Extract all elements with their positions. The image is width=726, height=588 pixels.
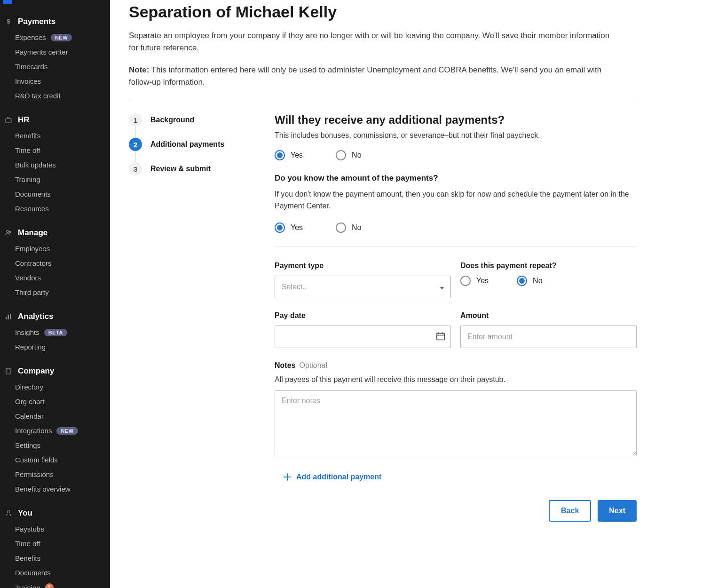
add-payment-label: Add additional payment	[296, 473, 381, 481]
nav-item-invoices[interactable]: Invoices	[0, 74, 110, 88]
nav-header-payments[interactable]: $Payments	[0, 13, 110, 30]
step-number: 3	[129, 162, 142, 175]
step-number: 1	[129, 113, 142, 127]
radio-label: Yes	[291, 151, 303, 159]
amount-label: Amount	[460, 311, 637, 320]
steps-nav: 1Background2Additional payments3Review &…	[129, 113, 256, 522]
nav-header-hr[interactable]: HR	[0, 111, 110, 128]
step-review-submit[interactable]: 3Review & submit	[129, 162, 256, 175]
nav-header-analytics[interactable]: Analytics	[0, 308, 110, 325]
nav-item-benefits[interactable]: Benefits	[0, 551, 110, 565]
page-intro: Separate an employee from your company i…	[129, 30, 613, 55]
radio-additional-yes[interactable]: Yes	[275, 150, 303, 160]
nav-item-expenses[interactable]: ExpensesNEW	[0, 30, 110, 45]
nav-item-permissions[interactable]: Permissions	[0, 467, 110, 482]
nav-item-label: Documents	[15, 569, 51, 577]
nav-header-manage[interactable]: Manage	[0, 224, 110, 241]
nav-item-vendors[interactable]: Vendors	[0, 270, 110, 285]
plus-icon	[283, 473, 292, 481]
add-payment-link[interactable]: Add additional payment	[283, 473, 637, 481]
nav-item-label: Employees	[15, 245, 50, 253]
nav-section: HRBenefitsTime offBulk updatesTrainingDo…	[0, 111, 110, 216]
radio-group-know-amount: Yes No	[275, 222, 637, 233]
payment-type-select[interactable]: Select..	[275, 276, 451, 298]
nav-item-label: Timecards	[15, 63, 47, 71]
nav-section: AnalyticsInsightsBETAReporting	[0, 308, 110, 354]
radio-know-no[interactable]: No	[336, 222, 361, 233]
next-button[interactable]: Next	[598, 500, 637, 522]
radio-circle-icon	[460, 276, 471, 286]
note-text: This information entered here will only …	[129, 65, 601, 87]
pay-date-input[interactable]	[275, 326, 451, 348]
nav-item-label: Insights	[15, 328, 39, 336]
radio-label: No	[533, 277, 542, 285]
main-content: Separation of Michael Kelly Separate an …	[110, 0, 726, 588]
radio-additional-no[interactable]: No	[336, 150, 361, 160]
radio-circle-icon	[275, 222, 285, 233]
nav-item-contractors[interactable]: Contractors	[0, 256, 110, 270]
nav-section: YouPaystubsTime offBenefitsDocumentsTrai…	[0, 505, 110, 588]
radio-circle-icon	[336, 222, 346, 233]
nav-header-label: Analytics	[18, 312, 54, 321]
nav-item-insights[interactable]: InsightsBETA	[0, 325, 110, 340]
step-background[interactable]: 1Background	[129, 113, 256, 127]
nav-item-paystubs[interactable]: Paystubs	[0, 522, 110, 536]
nav-item-label: Reporting	[15, 343, 46, 351]
nav-item-reporting[interactable]: Reporting	[0, 340, 110, 354]
note-label: Note:	[129, 65, 149, 74]
nav-item-label: Paystubs	[15, 525, 44, 533]
step-label: Review & submit	[150, 165, 211, 173]
nav-header-you[interactable]: You	[0, 505, 110, 522]
nav-item-bulk-updates[interactable]: Bulk updates	[0, 158, 110, 172]
nav-item-settings[interactable]: Settings	[0, 438, 110, 453]
nav-item-directory[interactable]: Directory	[0, 380, 110, 394]
page-title: Separation of Michael Kelly	[129, 3, 707, 21]
form-area: Will they receive any additional payment…	[275, 113, 637, 522]
nav-item-label: Time off	[15, 540, 40, 548]
nav-item-employees[interactable]: Employees	[0, 241, 110, 256]
nav-item-calendar[interactable]: Calendar	[0, 409, 110, 423]
nav-item-label: Settings	[15, 441, 40, 449]
nav-section: CompanyDirectoryOrg chartCalendarIntegra…	[0, 363, 110, 496]
nav-item-label: Documents	[15, 190, 51, 198]
nav-item-third-party[interactable]: Third party	[0, 285, 110, 300]
radio-repeat-yes[interactable]: Yes	[460, 276, 489, 286]
nav-item-documents[interactable]: Documents	[0, 565, 110, 580]
nav-item-r-d-tax-credit[interactable]: R&D tax credit	[0, 88, 110, 103]
nav-item-label: Time off	[15, 146, 40, 154]
nav-item-documents[interactable]: Documents	[0, 187, 110, 201]
nav-item-benefits[interactable]: Benefits	[0, 128, 110, 143]
optional-text: Optional	[299, 361, 327, 369]
nav-item-training[interactable]: Training	[0, 172, 110, 187]
radio-label: Yes	[291, 223, 303, 232]
nav-item-label: Calendar	[15, 412, 44, 420]
logo	[3, 0, 12, 4]
back-button[interactable]: Back	[549, 500, 591, 522]
nav-header-company[interactable]: Company	[0, 363, 110, 380]
nav-item-resources[interactable]: Resources	[0, 201, 110, 216]
notes-label: NotesOptional	[275, 361, 637, 370]
nav-item-time-off[interactable]: Time off	[0, 143, 110, 158]
nav-item-label: Expenses	[15, 33, 46, 41]
notes-textarea[interactable]	[275, 390, 637, 456]
badge-beta: BETA	[44, 329, 67, 336]
step-additional-payments[interactable]: 2Additional payments	[129, 138, 256, 151]
notes-desc: All payees of this payment will receive …	[275, 375, 637, 384]
nav-header-label: You	[18, 509, 32, 518]
nav-item-payments-center[interactable]: Payments center	[0, 45, 110, 59]
nav-item-custom-fields[interactable]: Custom fields	[0, 453, 110, 467]
nav-item-timecards[interactable]: Timecards	[0, 59, 110, 74]
radio-repeat-no[interactable]: No	[517, 276, 542, 286]
question-additional-payments: Will they receive any additional payment…	[275, 113, 637, 127]
nav-item-integrations[interactable]: IntegrationsNEW	[0, 423, 110, 438]
nav-item-training[interactable]: Training1	[0, 580, 110, 588]
svg-rect-4	[6, 317, 7, 319]
step-label: Additional payments	[150, 140, 224, 149]
nav-item-time-off[interactable]: Time off	[0, 536, 110, 551]
amount-input[interactable]	[460, 326, 637, 348]
nav-item-benefits-overview[interactable]: Benefits overview	[0, 482, 110, 496]
step-label: Background	[150, 116, 194, 124]
radio-know-yes[interactable]: Yes	[275, 222, 303, 233]
section-divider	[275, 246, 637, 246]
nav-item-org-chart[interactable]: Org chart	[0, 394, 110, 409]
